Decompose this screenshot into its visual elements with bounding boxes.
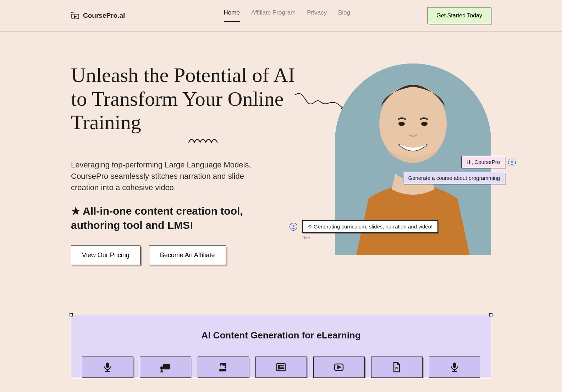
svg-point-3 — [421, 122, 428, 126]
pricing-button[interactable]: View Our Pricing — [71, 245, 140, 265]
bot-avatar-icon — [290, 223, 297, 231]
video-icon — [333, 361, 345, 373]
features-section: AI Content Generation for eLearning P — [71, 315, 491, 378]
book-icon — [217, 361, 229, 373]
selection-handle-icon — [70, 313, 73, 316]
selection-handle-icon — [489, 313, 492, 316]
user-avatar-icon — [508, 159, 516, 166]
svg-point-14 — [279, 368, 280, 369]
site-header: CoursePro.ai Home Affiliate Program Priv… — [0, 0, 562, 32]
feature-card[interactable] — [255, 357, 307, 378]
nav-blog[interactable]: Blog — [338, 9, 350, 22]
feature-card[interactable] — [82, 357, 133, 378]
underline-doodle-icon — [188, 137, 220, 145]
microphone-icon — [449, 361, 460, 373]
svg-rect-7 — [163, 364, 170, 369]
feature-card[interactable]: P — [371, 357, 423, 378]
brand-name: CoursePro.ai — [83, 12, 125, 20]
feature-card[interactable] — [140, 357, 191, 378]
nav-affiliate[interactable]: Affiliate Program — [251, 9, 296, 22]
file-p-icon: P — [391, 361, 402, 373]
hero-section: Unleash the Potential of AI to Transform… — [0, 32, 562, 286]
features-box: AI Content Generation for eLearning P — [71, 315, 491, 378]
gear-icon: ⚙ — [308, 224, 312, 230]
brand-logo[interactable]: CoursePro.ai — [71, 12, 125, 20]
nav-home[interactable]: Home — [224, 9, 240, 22]
svg-rect-20 — [453, 363, 456, 368]
microphone-icon — [102, 361, 113, 373]
hero-copy: Unleash the Potential of AI to Transform… — [71, 64, 298, 265]
svg-point-13 — [279, 366, 280, 368]
chat-bubble-status: ⚙Generating curriculum, slides, narratio… — [302, 220, 438, 233]
svg-rect-10 — [221, 366, 225, 367]
main-nav: Home Affiliate Program Privacy Blog — [224, 9, 350, 22]
svg-point-12 — [279, 365, 280, 366]
hero-title: Unleash the Potential of AI to Transform… — [71, 64, 298, 145]
features-title: AI Content Generation for eLearning — [82, 330, 480, 341]
chat-timestamp: Now — [302, 235, 310, 239]
hero-callout: ★All-in-one content creation tool, autho… — [71, 204, 255, 233]
svg-point-5 — [293, 225, 294, 227]
feature-card[interactable] — [198, 357, 249, 378]
svg-point-4 — [511, 161, 513, 163]
affiliate-button[interactable]: Become An Affiliate — [149, 245, 226, 265]
svg-text:P: P — [395, 366, 398, 371]
nav-privacy[interactable]: Privacy — [307, 9, 327, 22]
chat-bubble-prompt: Generate a course about programming — [403, 172, 505, 184]
star-icon: ★ — [71, 205, 81, 217]
feature-cards: P — [82, 357, 480, 378]
chat-status-text: Generating curriculum, slides, narration… — [314, 223, 432, 230]
chat-bubble-greeting: Hi, CoursePro — [461, 156, 505, 168]
hero-callout-text: All-in-one content creation tool, author… — [71, 205, 243, 231]
svg-rect-9 — [221, 365, 225, 365]
feature-card[interactable] — [313, 357, 365, 378]
hero-subtitle: Leveraging top-performing Large Language… — [71, 159, 255, 193]
get-started-button[interactable]: Get Started Today — [428, 7, 491, 24]
feature-card[interactable] — [429, 357, 480, 378]
logo-mark-icon — [71, 12, 80, 20]
hero-buttons: View Our Pricing Become An Affiliate — [71, 245, 298, 265]
presentation-icon — [160, 361, 171, 373]
hero-title-text: Unleash the Potential of AI to Transform… — [71, 64, 295, 134]
list-icon — [275, 361, 287, 373]
hero-illustration: Hi, CoursePro Generate a course about pr… — [335, 64, 491, 255]
svg-point-2 — [398, 122, 405, 126]
svg-rect-6 — [106, 363, 109, 368]
